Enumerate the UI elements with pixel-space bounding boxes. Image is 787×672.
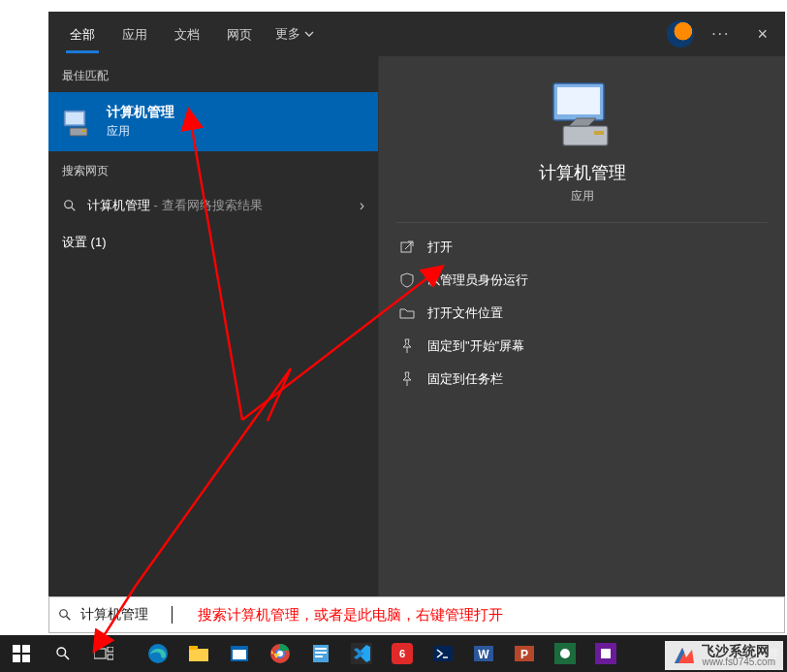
action-run-admin[interactable]: 以管理员身份运行 <box>391 264 773 297</box>
preview-title: 计算机管理 <box>539 161 626 184</box>
search-tabs: 全部 应用 文档 网页 更多 <box>56 15 324 53</box>
taskbar-search-icon[interactable] <box>43 635 83 672</box>
svg-point-43 <box>560 649 570 658</box>
tab-more-label: 更多 <box>275 25 300 43</box>
search-results-left: 最佳匹配 计算机管理 应用 搜索网页 <box>48 56 378 596</box>
annotation-text: 搜索计算机管理，或者是此电脑，右键管理打开 <box>198 606 503 624</box>
action-open-label: 打开 <box>427 239 453 256</box>
svg-point-17 <box>57 648 66 656</box>
search-icon <box>57 607 73 623</box>
open-icon <box>398 239 416 256</box>
svg-rect-33 <box>315 656 323 657</box>
svg-rect-24 <box>189 646 198 650</box>
taskbar-app-generic2[interactable] <box>585 635 626 672</box>
action-open-location[interactable]: 打开文件位置 <box>391 297 773 330</box>
action-open[interactable]: 打开 <box>391 231 773 264</box>
search-input[interactable] <box>80 607 173 623</box>
svg-rect-19 <box>94 649 106 658</box>
svg-rect-3 <box>81 130 85 132</box>
taskbar-app-generic1[interactable] <box>545 635 585 672</box>
web-search-row[interactable]: 计算机管理 - 查看网络搜索结果 › <box>48 187 378 224</box>
ellipsis-button[interactable]: ··· <box>706 21 736 47</box>
best-match-text: 计算机管理 应用 <box>107 104 174 140</box>
svg-rect-1 <box>66 112 83 124</box>
svg-line-12 <box>67 617 71 621</box>
settings-row[interactable]: 设置 (1) <box>48 224 378 261</box>
svg-point-4 <box>65 201 73 208</box>
search-preview-right: 计算机管理 应用 打开 以管理员身份运行 打开文件位置 <box>378 56 785 596</box>
taskbar-app-notepad[interactable] <box>300 635 341 672</box>
svg-rect-7 <box>557 87 600 114</box>
search-panel-header: 全部 应用 文档 网页 更多 ··· × <box>48 12 785 56</box>
tab-docs[interactable]: 文档 <box>161 15 213 53</box>
svg-rect-10 <box>401 242 411 252</box>
preview-actions: 打开 以管理员身份运行 打开文件位置 固定到"开始"屏幕 <box>379 223 785 403</box>
svg-rect-20 <box>108 647 113 652</box>
taskbar-apps: 6 W P <box>138 635 626 672</box>
svg-rect-21 <box>108 655 113 659</box>
svg-text:W: W <box>478 648 489 661</box>
watermark-line1: 飞沙系统网 <box>702 644 775 657</box>
action-pin-start[interactable]: 固定到"开始"屏幕 <box>391 330 773 363</box>
text-cursor <box>172 606 173 624</box>
shield-icon <box>398 272 416 289</box>
close-button[interactable]: × <box>747 20 777 48</box>
taskbar-app-edge[interactable] <box>138 635 178 672</box>
preview-top: 计算机管理 应用 <box>396 56 768 223</box>
pin-icon <box>398 370 416 388</box>
taskbar-search-box[interactable]: 搜索计算机管理，或者是此电脑，右键管理打开 <box>48 596 785 633</box>
watermark-logo-icon <box>673 644 696 667</box>
taskbar-app-calendar[interactable] <box>219 635 260 672</box>
watermark: 飞沙系统网 www.fs0745.com <box>665 641 783 670</box>
svg-rect-32 <box>315 652 327 654</box>
svg-rect-45 <box>601 649 611 658</box>
user-avatar[interactable] <box>667 20 694 48</box>
svg-rect-23 <box>189 649 208 661</box>
svg-text:P: P <box>520 648 528 661</box>
action-pin-taskbar[interactable]: 固定到任务栏 <box>391 363 773 396</box>
tab-apps[interactable]: 应用 <box>109 15 161 53</box>
watermark-line2: www.fs0745.com <box>702 657 775 667</box>
watermark-text: 飞沙系统网 www.fs0745.com <box>702 644 775 667</box>
taskbar-app-chrome[interactable] <box>260 635 300 672</box>
folder-icon <box>398 304 416 322</box>
computer-management-icon <box>62 107 93 138</box>
svg-line-5 <box>72 208 75 210</box>
best-match-header: 最佳匹配 <box>48 56 378 92</box>
action-run-admin-label: 以管理员身份运行 <box>427 272 528 289</box>
taskbar-app-powershell[interactable] <box>423 635 463 672</box>
tab-more[interactable]: 更多 <box>266 15 324 53</box>
chevron-right-icon: › <box>360 197 364 214</box>
header-right: ··· × <box>667 20 777 48</box>
tab-all[interactable]: 全部 <box>56 15 109 53</box>
preview-sub: 应用 <box>571 188 594 205</box>
action-pin-start-label: 固定到"开始"屏幕 <box>427 337 524 355</box>
svg-rect-26 <box>233 650 246 659</box>
start-button[interactable] <box>0 635 43 672</box>
preview-app-icon <box>544 80 621 149</box>
web-search-query: 计算机管理 <box>87 198 150 212</box>
web-search-text: 计算机管理 - 查看网络搜索结果 <box>87 197 263 214</box>
svg-rect-15 <box>13 655 20 662</box>
svg-point-11 <box>60 610 68 618</box>
svg-rect-14 <box>22 645 30 653</box>
svg-line-18 <box>65 656 69 659</box>
task-view-button[interactable] <box>83 635 124 672</box>
taskbar-app-word[interactable]: W <box>463 635 504 672</box>
search-icon <box>62 198 78 213</box>
best-match-item[interactable]: 计算机管理 应用 <box>48 92 378 151</box>
best-match-title: 计算机管理 <box>107 104 174 121</box>
taskbar-app-explorer[interactable] <box>178 635 219 672</box>
web-search-header: 搜索网页 <box>48 151 378 187</box>
search-body: 最佳匹配 计算机管理 应用 搜索网页 <box>48 56 785 596</box>
web-search-suffix: - 查看网络搜索结果 <box>150 198 263 212</box>
taskbar-app-vscode[interactable] <box>341 635 382 672</box>
taskbar-app-weibo[interactable]: 6 <box>382 635 423 672</box>
svg-rect-9 <box>594 131 604 135</box>
tab-web[interactable]: 网页 <box>213 15 266 53</box>
action-open-location-label: 打开文件位置 <box>427 304 503 322</box>
taskbar-app-xls[interactable]: P <box>504 635 545 672</box>
svg-rect-13 <box>13 645 20 653</box>
best-match-sub: 应用 <box>107 123 174 140</box>
start-search-panel: 全部 应用 文档 网页 更多 ··· × 最佳匹配 <box>48 12 785 596</box>
